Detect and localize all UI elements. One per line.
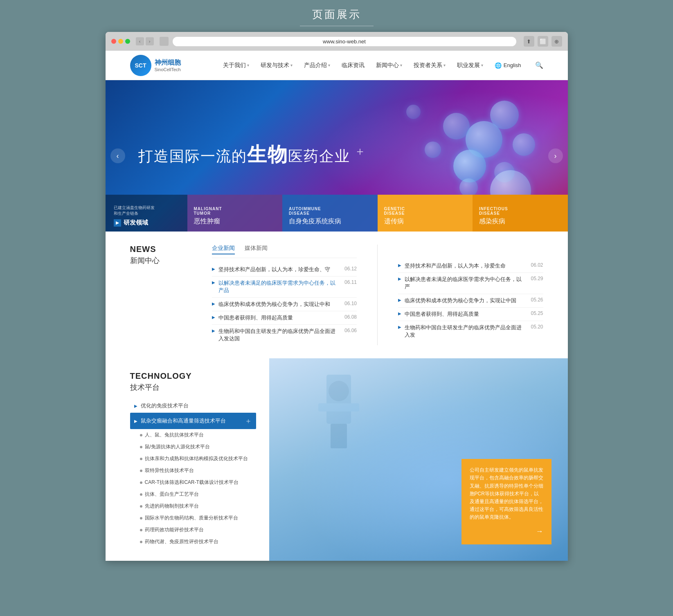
news-arrow-icon: ▶ [398,311,401,316]
tech-section-cn: 技术平台 [130,382,256,392]
tech-sub-pk-immunogenicity[interactable]: 药物代谢、免疫原性评价技术平台 [130,536,256,548]
tech-sub-affinity[interactable]: 抗体亲和力成熟和抗体结构模拟及优化技术平台 [130,453,256,465]
nav-rd[interactable]: 研发与技术 ▾ [261,62,293,69]
logo-text: 神州细胞 SinoCellTech [155,58,181,72]
research-label: ▶ 研发领域 [114,219,179,227]
nav-investor-arrow: ▾ [443,63,446,67]
news-arrow-icon: ▶ [398,325,401,329]
sub-bullet [140,434,142,436]
hero-slogan-bold: 生物 [247,144,288,165]
browser-address-bar[interactable]: www.sino-web.net [173,37,516,46]
nav-products[interactable]: 产品介绍 ▾ [304,62,330,69]
tech-sub-pharmacology[interactable]: 药理药效功能评价技术平台 [130,524,256,536]
hero-next-button[interactable]: › [548,148,563,163]
browser-menu[interactable]: ⊕ [551,36,562,47]
tech-sub-mouse-humanize[interactable]: 鼠/免源抗体的人源化技术平台 [130,441,256,453]
nav-about[interactable]: 关于我们 ▾ [223,62,249,69]
sub-bullet [140,517,142,519]
nav-clinical[interactable]: 临床资讯 [342,62,365,69]
tech-sub-human-mouse[interactable]: 人、鼠、兔抗抗体技术平台 [130,429,256,441]
tech-sub-drug-formulation[interactable]: 先进的药物制剂技术平台 [130,500,256,512]
dot-minimize[interactable] [118,39,123,44]
tab-media-news[interactable]: 媒体新闻 [245,245,268,254]
globe-icon: 🌐 [495,62,502,69]
field-genetic[interactable]: GENETICDISEASE 遗传病 [378,195,473,232]
card-arrow[interactable]: → [470,526,543,537]
dot-close[interactable] [111,39,116,44]
nav-career[interactable]: 职业发展 ▾ [457,62,483,69]
nav-news[interactable]: 新闻中心 ▾ [376,62,402,69]
tech-right-panel: 公司自主研发建立领先的鼠单抗发现平台，包含高融合效率的肠帮交叉融、抗原诱导的特异… [269,358,568,561]
nav-products-arrow: ▾ [328,63,330,67]
title-divider [300,26,374,26]
nav-about-arrow: ▾ [247,63,249,67]
news-item[interactable]: ▶ 以解决患者未满足的临床医学需求为中心任务，以产品 06.11 [212,277,357,297]
news-arrow-icon: ▶ [398,298,401,302]
news-item[interactable]: ▶ 坚持技术和产品创新，以人为本，珍爱生命 06.02 [398,259,543,273]
browser-action-buttons: ⬆ ⬜ ⊕ [524,36,562,47]
nav-investor[interactable]: 投资者关系 ▾ [414,62,446,69]
page-title-area: 页面展示 [0,0,673,32]
field-autoimmune[interactable]: AUTOIMMUNEDISEASE 自身免疫系统疾病 [282,195,378,232]
news-section: NEWS 新闻中心 企业新闻 媒体新闻 ▶ 坚持技术和产品创新，以人为本，珍爱生… [106,232,568,358]
tech-sub-bispecific[interactable]: 双特异性抗体技术平台 [130,465,256,477]
news-item[interactable]: ▶ 以解决患者未满足的临床医学需求为中心任务，以严 05.29 [398,273,543,294]
tech-sub-structure-analysis[interactable]: 国际水平的生物药结构、质量分析技术平台 [130,512,256,524]
browser-url: www.sino-web.net [323,38,366,45]
logo-area: SCT 神州细胞 SinoCellTech [130,55,181,76]
browser-share[interactable]: ⬆ [524,36,534,47]
tech-item-immune[interactable]: ▶ 优化的免疫技术平台 [130,399,256,413]
news-arrow-icon: ▶ [212,315,215,319]
hero-plus: ＋ [354,144,367,159]
logo-icon: SCT [130,55,151,76]
dot-maximize[interactable] [125,39,130,44]
site-header: SCT 神州细胞 SinoCellTech 关于我们 ▾ 研发与技术 ▾ [106,51,568,80]
tech-sub-antibody-process[interactable]: 抗体、蛋白生产工艺平台 [130,488,256,500]
tech-item-arrow: ▶ [134,404,137,408]
lab-visual-decoration [294,371,384,452]
news-left-list: ▶ 坚持技术和产品创新，以人为本，珍爱生命、守 06.12 ▶ 以解决患者未满足… [212,263,357,345]
tech-left-panel: TECHNOLOGY 技术平台 ▶ 优化的免疫技术平台 ▶ 鼠杂交瘤融合和高通量… [106,358,269,561]
tech-item-hybridoma[interactable]: ▶ 鼠杂交瘤融合和高通量筛选技术平台 ＋ [130,413,256,429]
news-arrow-icon: ▶ [212,328,215,333]
sub-bullet [140,470,142,472]
sub-bullet [140,481,142,484]
website-content: SCT 神州细胞 SinoCellTech 关于我们 ▾ 研发与技术 ▾ [106,51,568,561]
field-infection[interactable]: INFECTIOUSDISEASE 感染疾病 [473,195,568,232]
news-item[interactable]: ▶ 坚持技术和产品创新，以人为本，珍爱生命、守 06.12 [212,263,357,277]
news-item[interactable]: ▶ 中国患者获得到、用得起高质量 05.25 [398,308,543,321]
news-item[interactable]: ▶ 生物药和中国自主研发生产的临床优势产品全面进入发达国 06.06 [212,325,357,345]
svg-point-3 [329,381,349,401]
sub-bullet [140,541,142,543]
browser-forward[interactable]: › [146,37,154,45]
sub-bullet [140,458,142,460]
news-arrow-icon: ▶ [398,277,401,281]
news-arrow-icon: ▶ [398,263,401,268]
logo-english: SinoCellTech [155,67,181,72]
news-item[interactable]: ▶ 生物药和中国自主研发生产的临床优势产品全面进入发 05.20 [398,321,543,342]
search-button[interactable]: 🔍 [535,61,543,69]
news-right-list: ▶ 坚持技术和产品创新，以人为本，珍爱生命 06.02 ▶ 以解决患者未满足的临… [398,245,543,345]
news-section-header: NEWS 新闻中心 [130,245,196,345]
research-intro: 已建立涵盖生物药研发 和生产全链条 ▶ 研发领域 [106,195,187,232]
news-section-en: NEWS [130,245,196,254]
news-item[interactable]: ▶ 临床优势和成本优势为核心竞争力，实现让中和 06.10 [212,298,357,311]
news-arrow-icon: ▶ [212,301,215,306]
sub-bullet [140,505,142,508]
news-arrow-icon: ▶ [212,280,215,285]
browser-dots [111,39,130,44]
hero-prev-button[interactable]: ‹ [110,148,125,163]
browser-tab-manage[interactable]: ⬜ [538,36,548,47]
news-item[interactable]: ▶ 临床优势和成本优势为核心竞争力，实现让中国 05.26 [398,294,543,308]
research-fields: 已建立涵盖生物药研发 和生产全链条 ▶ 研发领域 MALIGNANTTUMOR … [106,195,568,232]
sub-bullet [140,493,142,496]
tab-enterprise-news[interactable]: 企业新闻 [212,245,235,254]
field-malignant[interactable]: MALIGNANTTUMOR 恶性肿瘤 [187,195,283,232]
hero-slogan-after: 医药企业 [288,148,350,164]
nav-language[interactable]: 🌐 English [495,62,521,69]
news-center: 企业新闻 媒体新闻 ▶ 坚持技术和产品创新，以人为本，珍爱生命、守 06.12 … [212,245,357,345]
tech-sub-car-t[interactable]: CAR-T抗体筛选和CAR-T载体设计技术平台 [130,477,256,488]
sct-logo: SCT [130,55,151,76]
news-item[interactable]: ▶ 中国患者获得到、用得起高质量 06.08 [212,311,357,325]
browser-back[interactable]: ‹ [136,37,144,45]
